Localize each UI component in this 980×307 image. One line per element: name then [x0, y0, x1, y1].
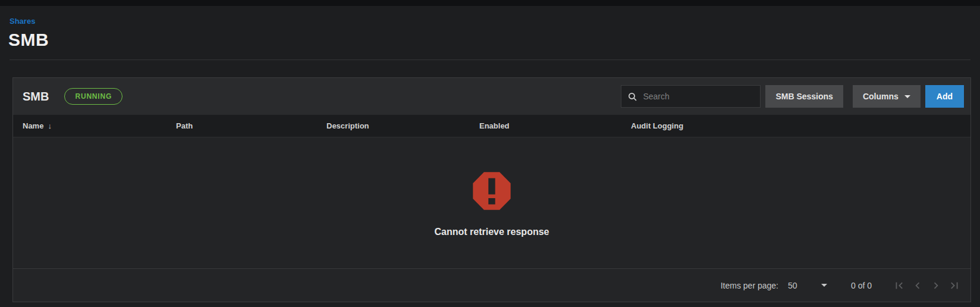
next-page-button[interactable] [929, 278, 943, 293]
column-header-enabled[interactable]: Enabled [479, 121, 631, 130]
pager-controls [892, 278, 962, 293]
top-bar [0, 0, 980, 6]
first-page-icon [893, 279, 906, 292]
search-icon [627, 92, 637, 102]
error-octagon-icon [469, 168, 514, 214]
last-page-icon [948, 279, 961, 292]
search-field[interactable] [621, 85, 761, 108]
first-page-button[interactable] [892, 278, 906, 293]
card-title: SMB [23, 90, 49, 104]
smb-shares-card: SMB RUNNING SMB Sessions Columns Add Nam… [12, 77, 971, 302]
add-button[interactable]: Add [925, 85, 964, 108]
card-toolbar: SMB RUNNING SMB Sessions Columns Add [13, 78, 970, 115]
column-header-description[interactable]: Description [326, 121, 479, 130]
columns-button-label: Columns [863, 92, 899, 101]
empty-state-message: Cannot retrieve response [435, 227, 549, 237]
next-page-icon [929, 279, 943, 292]
page-header: Shares SMB [0, 6, 980, 50]
smb-sessions-button[interactable]: SMB Sessions [765, 85, 843, 108]
search-input[interactable] [643, 92, 754, 101]
page-title: SMB [8, 30, 980, 50]
table-empty-state: Cannot retrieve response [13, 137, 970, 268]
items-per-page-label: Items per page: [721, 281, 778, 290]
header-divider [10, 59, 970, 60]
table-header-row: Name ↓ Path Description Enabled Audit Lo… [13, 115, 970, 137]
previous-page-icon [911, 279, 924, 292]
columns-button[interactable]: Columns [853, 85, 921, 108]
last-page-button[interactable] [947, 278, 962, 293]
sort-descending-icon: ↓ [48, 121, 52, 130]
chevron-down-icon [904, 95, 910, 98]
column-header-audit-logging[interactable]: Audit Logging [631, 121, 970, 130]
previous-page-button[interactable] [910, 278, 925, 293]
column-header-path[interactable]: Path [176, 121, 326, 130]
service-status-badge: RUNNING [64, 88, 122, 105]
breadcrumb-shares-link[interactable]: Shares [10, 17, 35, 26]
pagination-bar: Items per page: 50 0 of 0 [13, 268, 970, 302]
items-per-page-value: 50 [788, 281, 797, 290]
items-per-page-select[interactable]: 50 [788, 281, 827, 290]
pagination-range-label: 0 of 0 [851, 281, 872, 290]
chevron-down-icon [821, 284, 827, 287]
column-header-name[interactable]: Name ↓ [23, 121, 176, 130]
